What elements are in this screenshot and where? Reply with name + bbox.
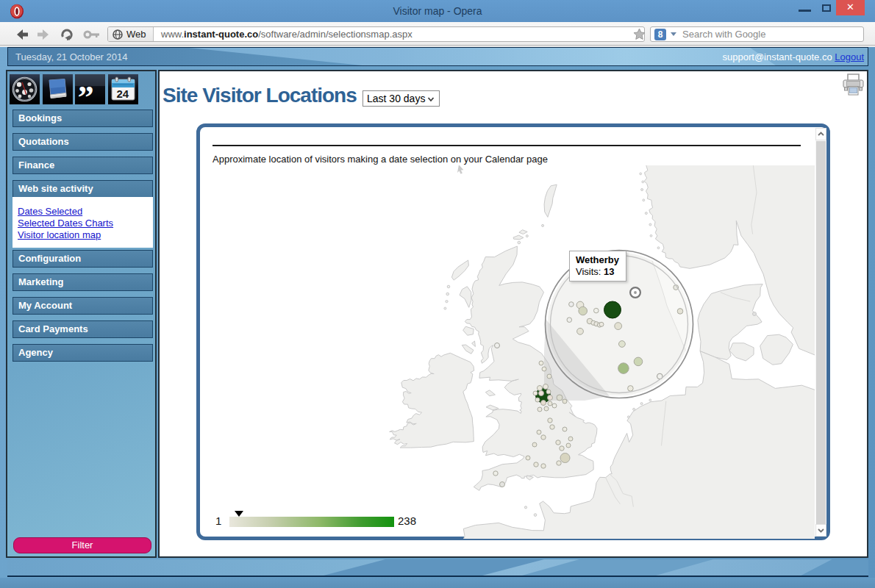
svg-text:24: 24 xyxy=(116,87,129,100)
svg-text:„: „ xyxy=(78,74,94,99)
